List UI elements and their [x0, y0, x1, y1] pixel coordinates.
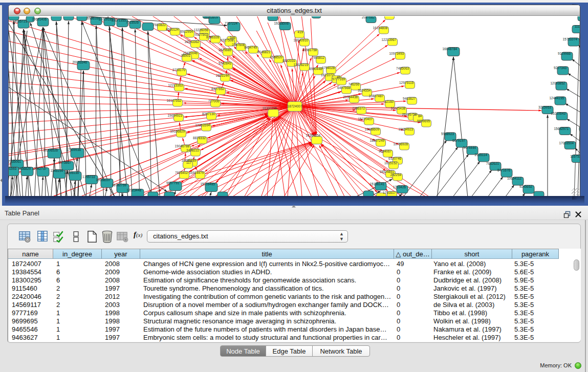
svg-text:9657791: 9657791 [166, 181, 179, 185]
svg-text:10958107: 10958107 [96, 178, 111, 182]
svg-text:20053346: 20053346 [73, 60, 88, 64]
svg-text:2803144: 2803144 [216, 74, 229, 77]
svg-text:419: 419 [297, 30, 303, 34]
svg-text:3675685: 3675685 [219, 48, 231, 52]
svg-text:17359936: 17359936 [67, 148, 81, 151]
svg-text:7955812: 7955812 [312, 56, 324, 59]
svg-text:7335061: 7335061 [9, 160, 21, 163]
svg-text:15136141: 15136141 [370, 182, 385, 186]
svg-text:16210643: 16210643 [551, 112, 566, 115]
svg-text:14055721: 14055721 [13, 19, 28, 23]
svg-text:3498222: 3498222 [186, 148, 199, 152]
svg-text:10756928: 10756928 [394, 142, 408, 146]
svg-text:9129966: 9129966 [558, 52, 571, 55]
svg-text:9227343: 9227343 [554, 66, 567, 70]
svg-text:1795722: 1795722 [82, 175, 95, 179]
svg-text:20206526: 20206526 [43, 148, 58, 152]
svg-text:2087682: 2087682 [362, 16, 375, 19]
svg-text:9777169: 9777169 [332, 77, 345, 81]
svg-text:19654923: 19654923 [399, 127, 413, 131]
svg-text:19384554: 19384554 [306, 134, 321, 137]
svg-text:12353594: 12353594 [195, 123, 210, 127]
svg-text:7357224: 7357224 [225, 21, 237, 25]
svg-text:12942737: 12942737 [32, 167, 47, 170]
svg-text:12213967: 12213967 [382, 38, 397, 41]
svg-text:746266: 746266 [349, 82, 360, 86]
svg-text:1588520: 1588520 [270, 55, 282, 59]
svg-text:7485063: 7485063 [396, 67, 409, 70]
svg-text:98901: 98901 [181, 54, 190, 57]
svg-text:8912954: 8912954 [180, 30, 193, 33]
svg-text:12444195: 12444195 [550, 96, 564, 100]
svg-text:252254: 252254 [390, 173, 402, 177]
svg-text:1751617: 1751617 [383, 191, 396, 194]
svg-text:12505135: 12505135 [64, 171, 79, 174]
svg-text:16543362: 16543362 [185, 40, 200, 43]
svg-text:5938923: 5938923 [441, 132, 454, 136]
svg-text:10025438: 10025438 [391, 106, 406, 110]
svg-text:1527602: 1527602 [73, 16, 85, 17]
svg-text:16914479: 16914479 [189, 171, 204, 174]
svg-text:26495758: 26495758 [402, 113, 417, 116]
svg-text:12213363: 12213363 [168, 83, 183, 87]
svg-text:10671355: 10671355 [112, 18, 126, 22]
svg-text:7625402: 7625402 [175, 171, 188, 174]
svg-text:9474444: 9474444 [463, 146, 476, 149]
svg-text:20691406: 20691406 [32, 17, 47, 21]
svg-text:7386372: 7386372 [352, 106, 365, 110]
svg-text:10688609: 10688609 [365, 127, 380, 131]
svg-text:16033809: 16033809 [204, 16, 219, 19]
svg-text:6120746: 6120746 [388, 157, 401, 160]
svg-text:16961758: 16961758 [302, 48, 317, 52]
svg-text:62160: 62160 [384, 100, 394, 103]
svg-text:7632621: 7632621 [486, 162, 499, 165]
svg-text:9463627: 9463627 [403, 97, 416, 100]
svg-text:10654112: 10654112 [507, 177, 521, 180]
svg-text:8186328: 8186328 [206, 35, 219, 39]
svg-text:717006: 717006 [208, 99, 220, 103]
svg-text:9327508: 9327508 [221, 38, 233, 42]
svg-text:9975867: 9975867 [58, 161, 71, 164]
svg-text:8990448: 8990448 [309, 67, 322, 71]
svg-text:18807249: 18807249 [370, 139, 385, 142]
svg-text:12093852: 12093852 [551, 81, 565, 85]
svg-text:991593: 991593 [9, 167, 16, 170]
svg-text:1145194: 1145194 [51, 169, 63, 172]
svg-text:10973493: 10973493 [389, 52, 404, 55]
svg-text:8813054: 8813054 [264, 16, 276, 17]
svg-text:17016504: 17016504 [559, 141, 574, 145]
svg-text:6497568: 6497568 [337, 86, 350, 90]
svg-text:16154808: 16154808 [373, 26, 388, 30]
svg-text:16782759: 16782759 [112, 183, 127, 187]
svg-text:15716485: 15716485 [201, 182, 215, 186]
svg-text:2718170: 2718170 [172, 68, 185, 72]
svg-text:13626215: 13626215 [294, 63, 309, 67]
svg-text:12923448: 12923448 [127, 188, 142, 192]
svg-text:9242843: 9242843 [219, 61, 231, 65]
svg-text:19218506: 19218506 [274, 21, 289, 25]
svg-text:15692971: 15692971 [554, 127, 569, 130]
svg-text:3624554: 3624554 [358, 89, 371, 92]
svg-text:3215953: 3215953 [538, 105, 551, 109]
svg-text:1615152: 1615152 [384, 161, 397, 165]
svg-text:8878332: 8878332 [193, 136, 206, 140]
svg-text:117: 117 [186, 161, 192, 164]
svg-text:18724007: 18724007 [287, 104, 302, 108]
svg-text:9146821: 9146821 [257, 50, 270, 54]
svg-text:1112: 1112 [575, 25, 580, 28]
svg-text:10807487: 10807487 [369, 94, 384, 98]
svg-text:8427552: 8427552 [211, 87, 224, 91]
svg-text:16648784: 16648784 [443, 47, 458, 51]
svg-text:8267130: 8267130 [202, 112, 215, 116]
svg-text:9899695: 9899695 [417, 119, 430, 123]
svg-text:7663822: 7663822 [153, 23, 166, 27]
svg-text:6879197: 6879197 [452, 139, 465, 142]
svg-text:19166829: 19166829 [170, 129, 185, 133]
svg-text:6794028: 6794028 [322, 66, 335, 70]
svg-text:1733426: 1733426 [393, 185, 406, 189]
svg-text:12975115: 12975115 [399, 81, 413, 84]
svg-text:9245652: 9245652 [519, 185, 532, 188]
svg-text:7515526: 7515526 [126, 20, 139, 24]
svg-text:2935114: 2935114 [475, 153, 488, 157]
svg-text:1156829: 1156829 [18, 167, 31, 170]
